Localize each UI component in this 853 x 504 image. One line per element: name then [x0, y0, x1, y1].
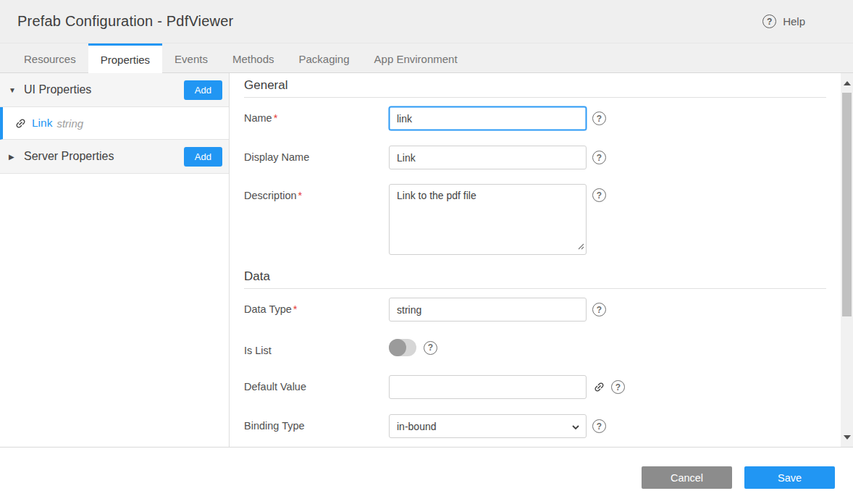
section-data-title: Data — [244, 269, 826, 289]
scrollbar-thumb[interactable] — [842, 93, 852, 316]
data-type-help-icon[interactable]: ? — [592, 303, 606, 316]
dialog-footer: Cancel Save — [0, 447, 853, 504]
add-ui-property-button[interactable]: Add — [184, 80, 222, 100]
tab-bar: Resources Properties Events Methods Pack… — [0, 43, 853, 73]
properties-sidebar: ▼ UI Properties Add Link string ▶ Server… — [0, 73, 230, 447]
display-name-help-icon[interactable]: ? — [592, 151, 606, 164]
tab-methods[interactable]: Methods — [220, 43, 287, 72]
description-field-row: Description* Link to the pdf file ? — [244, 184, 826, 255]
toggle-knob — [389, 339, 406, 356]
scrollbar-up-button[interactable] — [841, 77, 853, 89]
name-label: Name* — [244, 106, 389, 124]
default-value-help-icon[interactable]: ? — [611, 380, 625, 394]
add-server-property-button[interactable]: Add — [184, 147, 222, 167]
help-label: Help — [783, 15, 805, 28]
vertical-scrollbar[interactable] — [841, 73, 853, 447]
is-list-help-icon[interactable]: ? — [424, 341, 437, 355]
expand-caret-icon: ▶ — [9, 153, 24, 161]
help-button[interactable]: ? Help — [762, 14, 805, 28]
required-asterisk: * — [298, 190, 303, 201]
required-asterisk: * — [293, 303, 298, 315]
collapse-caret-icon: ▼ — [9, 86, 24, 94]
tab-events[interactable]: Events — [162, 43, 220, 72]
prefab-configuration-dialog: Prefab Configuration - PdfViewer ? Help … — [0, 0, 853, 504]
tab-app-environment[interactable]: App Environment — [362, 43, 470, 72]
link-chain-icon — [14, 117, 27, 130]
bind-variable-link-icon[interactable] — [593, 381, 605, 393]
property-item-type: string — [56, 117, 83, 130]
description-label: Description* — [244, 184, 389, 201]
section-general-title: General — [244, 78, 826, 98]
is-list-toggle[interactable] — [389, 339, 416, 356]
binding-type-help-icon[interactable]: ? — [592, 419, 606, 433]
ui-properties-group-header[interactable]: ▼ UI Properties Add — [0, 73, 229, 107]
binding-type-label: Binding Type — [244, 414, 389, 432]
name-input[interactable] — [389, 106, 587, 130]
tab-resources[interactable]: Resources — [12, 43, 88, 72]
display-name-input[interactable] — [389, 146, 587, 169]
name-field-row: Name* ? — [244, 106, 826, 130]
description-help-icon[interactable]: ? — [592, 188, 606, 202]
data-type-field-row: Data Type* ? — [244, 298, 826, 322]
triangle-up-icon — [844, 81, 851, 85]
scrollbar-down-button[interactable] — [841, 431, 853, 443]
default-value-input[interactable] — [389, 375, 587, 399]
property-item-link[interactable]: Link string — [0, 107, 229, 140]
description-textarea[interactable]: Link to the pdf file — [389, 184, 587, 255]
help-question-icon: ? — [762, 14, 776, 28]
data-type-input[interactable] — [389, 298, 587, 322]
binding-type-field-row: Binding Type in-bound ? — [244, 414, 826, 438]
tab-properties[interactable]: Properties — [88, 43, 162, 73]
tab-packaging[interactable]: Packaging — [286, 43, 361, 72]
dialog-title: Prefab Configuration - PdfViewer — [17, 13, 233, 30]
dialog-body: ▼ UI Properties Add Link string ▶ Server… — [0, 73, 853, 447]
save-button[interactable]: Save — [744, 466, 835, 489]
default-value-label: Default Value — [244, 375, 389, 392]
name-help-icon[interactable]: ? — [592, 112, 606, 125]
server-properties-label: Server Properties — [24, 150, 184, 163]
default-value-field-row: Default Value ? — [244, 375, 826, 399]
display-name-label: Display Name — [244, 146, 389, 163]
dialog-header: Prefab Configuration - PdfViewer ? Help — [0, 0, 853, 43]
server-properties-group-header[interactable]: ▶ Server Properties Add — [0, 140, 229, 174]
property-form: General Name* ? Display Name ? Descripti… — [230, 73, 841, 447]
display-name-field-row: Display Name ? — [244, 146, 826, 169]
ui-properties-label: UI Properties — [24, 83, 184, 96]
is-list-field-row: Is List ? — [244, 339, 826, 356]
triangle-down-icon — [844, 435, 851, 440]
is-list-label: Is List — [244, 339, 389, 356]
binding-type-select[interactable]: in-bound — [389, 414, 587, 438]
property-item-name: Link — [32, 117, 52, 130]
data-type-label: Data Type* — [244, 298, 389, 315]
cancel-button[interactable]: Cancel — [642, 466, 732, 489]
required-asterisk: * — [274, 112, 278, 124]
